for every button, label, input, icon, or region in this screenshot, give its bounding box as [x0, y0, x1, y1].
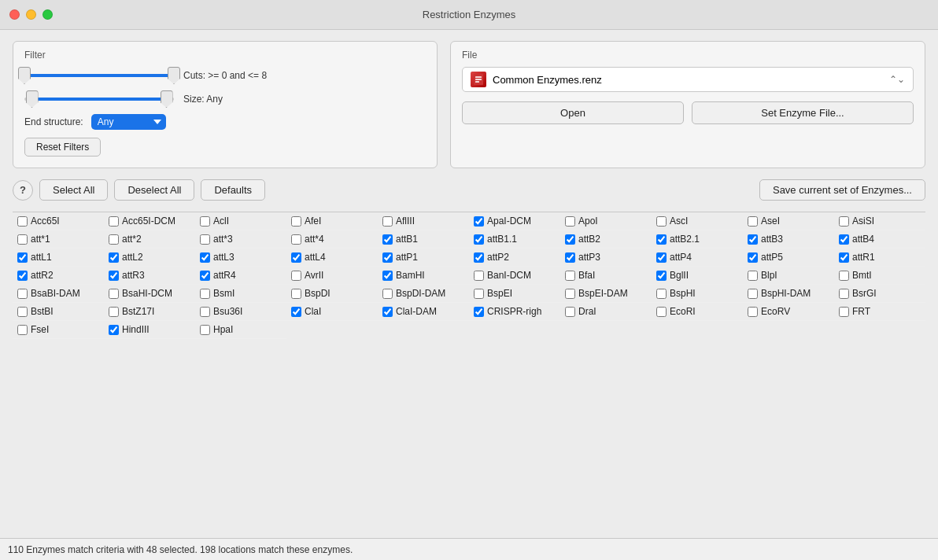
enzyme-checkbox[interactable]: [565, 252, 575, 263]
enzyme-checkbox[interactable]: [291, 234, 301, 245]
enzyme-checkbox[interactable]: [565, 234, 575, 245]
top-row: Filter Cuts: >= 0 and <= 8: [13, 41, 925, 168]
enzyme-checkbox[interactable]: [200, 307, 210, 317]
enzyme-checkbox[interactable]: [656, 216, 667, 227]
enzyme-checkbox[interactable]: [200, 252, 210, 263]
size-thumb-right[interactable]: [161, 90, 173, 108]
enzyme-checkbox[interactable]: [200, 216, 210, 227]
cuts-slider[interactable]: [24, 67, 174, 84]
file-icon: [471, 72, 486, 87]
enzyme-item: DraI: [560, 303, 652, 321]
enzyme-checkbox[interactable]: [656, 252, 667, 263]
enzyme-checkbox[interactable]: [109, 234, 119, 245]
enzyme-checkbox[interactable]: [17, 307, 28, 317]
enzyme-checkbox[interactable]: [109, 271, 119, 281]
enzyme-checkbox[interactable]: [474, 216, 484, 227]
enzyme-checkbox[interactable]: [474, 252, 484, 263]
enzyme-checkbox[interactable]: [839, 307, 849, 317]
enzyme-checkbox[interactable]: [656, 289, 667, 299]
enzyme-checkbox[interactable]: [839, 271, 849, 281]
cuts-thumb-left[interactable]: [18, 67, 31, 84]
enzyme-item: attP2: [469, 249, 560, 267]
save-enzymes-button[interactable]: Save current set of Enzymes...: [759, 179, 925, 201]
enzyme-checkbox[interactable]: [200, 234, 210, 245]
enzyme-checkbox[interactable]: [748, 271, 758, 281]
enzyme-name: BspDI: [305, 288, 331, 299]
file-name: Common Enzymes.renz: [493, 74, 602, 86]
window-controls: [9, 9, 53, 20]
enzyme-checkbox[interactable]: [109, 252, 119, 263]
enzyme-checkbox[interactable]: [382, 252, 393, 263]
enzyme-name: BsmI: [213, 288, 234, 299]
enzyme-checkbox[interactable]: [474, 307, 484, 317]
minimize-button[interactable]: [26, 9, 36, 20]
enzyme-checkbox[interactable]: [474, 289, 484, 299]
end-structure-select[interactable]: Any Blunt 3' overhang 5' overhang: [91, 114, 166, 130]
enzyme-checkbox[interactable]: [565, 289, 575, 299]
reset-filters-button[interactable]: Reset Filters: [24, 138, 101, 157]
open-button[interactable]: Open: [462, 101, 684, 124]
enzyme-item: BspEI-DAM: [560, 285, 652, 303]
maximize-button[interactable]: [42, 9, 53, 20]
enzyme-item: AfeI: [286, 212, 378, 230]
enzyme-checkbox[interactable]: [748, 234, 758, 245]
main-content: Filter Cuts: >= 0 and <= 8: [0, 30, 938, 538]
close-button[interactable]: [9, 9, 20, 20]
enzyme-name: AfeI: [305, 216, 321, 227]
enzyme-item: Acc65I-DCM: [104, 212, 195, 230]
enzyme-checkbox[interactable]: [17, 234, 28, 245]
enzyme-checkbox[interactable]: [291, 216, 301, 227]
enzyme-checkbox[interactable]: [565, 271, 575, 281]
enzyme-checkbox[interactable]: [656, 234, 667, 245]
svg-rect-1: [475, 76, 482, 78]
enzyme-checkbox[interactable]: [291, 271, 301, 281]
enzyme-checkbox[interactable]: [382, 289, 393, 299]
enzyme-checkbox[interactable]: [382, 216, 393, 227]
enzyme-checkbox[interactable]: [109, 216, 119, 227]
enzyme-checkbox[interactable]: [109, 307, 119, 317]
enzyme-checkbox[interactable]: [748, 252, 758, 263]
enzyme-checkbox[interactable]: [17, 289, 28, 299]
enzyme-checkbox[interactable]: [748, 216, 758, 227]
enzyme-checkbox[interactable]: [839, 234, 849, 245]
size-slider[interactable]: [24, 90, 174, 108]
set-enzyme-file-button[interactable]: Set Enzyme File...: [692, 101, 914, 124]
enzyme-item: BspDI-DAM: [378, 285, 469, 303]
enzyme-name: attL1: [31, 252, 52, 263]
enzyme-checkbox[interactable]: [17, 216, 28, 227]
deselect-all-button[interactable]: Deselect All: [114, 179, 194, 201]
enzyme-checkbox[interactable]: [382, 271, 393, 281]
file-chevron-icon: ⌃⌄: [889, 74, 905, 85]
enzyme-item: attR4: [195, 267, 286, 285]
enzyme-checkbox[interactable]: [109, 325, 119, 335]
select-all-button[interactable]: Select All: [39, 179, 108, 201]
help-button[interactable]: ?: [13, 180, 33, 201]
enzyme-checkbox[interactable]: [109, 289, 119, 299]
enzyme-checkbox[interactable]: [656, 271, 667, 281]
enzyme-checkbox[interactable]: [382, 307, 393, 317]
enzyme-checkbox[interactable]: [839, 289, 849, 299]
enzyme-checkbox[interactable]: [748, 307, 758, 317]
enzyme-checkbox[interactable]: [474, 234, 484, 245]
enzyme-checkbox[interactable]: [474, 271, 484, 281]
enzyme-checkbox[interactable]: [382, 234, 393, 245]
enzyme-checkbox[interactable]: [291, 252, 301, 263]
file-selector[interactable]: Common Enzymes.renz ⌃⌄: [462, 67, 914, 92]
enzyme-checkbox[interactable]: [291, 307, 301, 317]
enzyme-checkbox[interactable]: [656, 307, 667, 317]
enzyme-checkbox[interactable]: [17, 325, 28, 335]
enzyme-checkbox[interactable]: [291, 289, 301, 299]
enzyme-checkbox[interactable]: [565, 216, 575, 227]
enzyme-checkbox[interactable]: [17, 271, 28, 281]
defaults-button[interactable]: Defaults: [201, 179, 265, 201]
enzyme-checkbox[interactable]: [565, 307, 575, 317]
enzyme-checkbox[interactable]: [200, 271, 210, 281]
size-thumb-left[interactable]: [26, 90, 39, 108]
enzyme-checkbox[interactable]: [200, 325, 210, 335]
enzyme-checkbox[interactable]: [748, 289, 758, 299]
enzyme-checkbox[interactable]: [839, 252, 849, 263]
enzyme-checkbox[interactable]: [839, 216, 849, 227]
cuts-thumb-right[interactable]: [168, 67, 180, 84]
enzyme-checkbox[interactable]: [200, 289, 210, 299]
enzyme-checkbox[interactable]: [17, 252, 28, 263]
